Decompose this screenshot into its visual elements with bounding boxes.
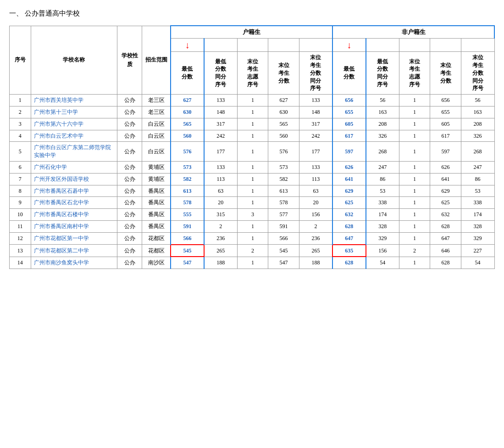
table-cell: 54 bbox=[366, 257, 399, 269]
th-h-min: 最低分数 bbox=[171, 52, 204, 95]
table-cell: 广州市番禺区石楼中学 bbox=[31, 209, 117, 221]
table-row: 6广州石化中学公办黄埔区57313315731336262471626247 bbox=[10, 161, 495, 173]
table-cell: 广州开发区外国语学校 bbox=[31, 173, 117, 185]
table-row: 11广州市番禺区南村中学公办番禺区5912159126283281628328 bbox=[10, 220, 495, 232]
table-cell: 547 bbox=[268, 257, 299, 269]
table-cell: 白云区 bbox=[142, 130, 171, 142]
table-cell: 177 bbox=[204, 142, 238, 162]
table-cell: 11 bbox=[10, 220, 31, 232]
table-cell: 公办 bbox=[117, 245, 142, 257]
table-cell: 5 bbox=[10, 142, 31, 162]
table-cell: 广州市番禺区石北中学 bbox=[31, 197, 117, 209]
table-cell: 641 bbox=[332, 173, 366, 185]
th-f-willrank: 末位考生志愿序号 bbox=[399, 52, 430, 95]
table-cell: 63 bbox=[299, 185, 332, 197]
table-cell: 177 bbox=[299, 142, 332, 162]
th-f-samerank: 最低分数同分序号 bbox=[366, 52, 399, 95]
table-cell: 242 bbox=[204, 130, 238, 142]
main-table: 序号 学校名称 学校性质 招生范围 户籍生 非户籍生 ↓ ↓ bbox=[9, 25, 495, 269]
table-cell: 广州市花都区第一中学 bbox=[31, 232, 117, 244]
table-cell: 86 bbox=[366, 173, 399, 185]
table-cell: 655 bbox=[430, 106, 461, 118]
table-cell: 56 bbox=[461, 95, 494, 106]
th-h-samerank: 最低分数同分序号 bbox=[204, 52, 238, 95]
table-cell: 1 bbox=[399, 185, 430, 197]
table-cell: 328 bbox=[461, 220, 494, 232]
spacer-h2 bbox=[237, 39, 268, 52]
table-cell: 317 bbox=[204, 118, 238, 130]
table-cell: 156 bbox=[299, 209, 332, 221]
table-cell: 148 bbox=[299, 106, 332, 118]
table-cell: 公办 bbox=[117, 173, 142, 185]
spacer-h1 bbox=[204, 39, 238, 52]
table-cell: 656 bbox=[332, 95, 366, 106]
table-cell: 560 bbox=[171, 130, 204, 142]
th-h-lastsc: 末位考生分数 bbox=[268, 52, 299, 95]
table-cell: 1 bbox=[399, 118, 430, 130]
table-cell: 1 bbox=[237, 130, 268, 142]
table-cell: 广州市白云区广东第二师范学院实验中学 bbox=[31, 142, 117, 162]
table-cell: 133 bbox=[204, 95, 238, 106]
table-cell: 1 bbox=[399, 220, 430, 232]
table-cell: 公办 bbox=[117, 197, 142, 209]
table-cell: 647 bbox=[332, 232, 366, 244]
table-cell: 公办 bbox=[117, 232, 142, 244]
table-cell: 1 bbox=[399, 173, 430, 185]
table-cell: 617 bbox=[332, 130, 366, 142]
table-cell: 公办 bbox=[117, 130, 142, 142]
table-cell: 188 bbox=[299, 257, 332, 269]
table-cell: 3 bbox=[237, 209, 268, 221]
table-cell: 326 bbox=[461, 130, 494, 142]
table-wrapper: 序号 学校名称 学校性质 招生范围 户籍生 非户籍生 ↓ ↓ bbox=[9, 25, 495, 269]
table-cell: 591 bbox=[268, 220, 299, 232]
table-cell: 2 bbox=[399, 245, 430, 257]
table-cell: 老三区 bbox=[142, 95, 171, 106]
table-cell: 1 bbox=[399, 161, 430, 173]
table-cell: 1 bbox=[237, 232, 268, 244]
th-f-min: 最低分数 bbox=[332, 52, 366, 95]
table-cell: 1 bbox=[399, 197, 430, 209]
table-cell: 3 bbox=[10, 118, 31, 130]
table-cell: 613 bbox=[268, 185, 299, 197]
table-cell: 公办 bbox=[117, 142, 142, 162]
table-cell: 1 bbox=[237, 95, 268, 106]
table-cell: 555 bbox=[171, 209, 204, 221]
table-cell: 573 bbox=[268, 161, 299, 173]
table-cell: 605 bbox=[430, 118, 461, 130]
table-cell: 公办 bbox=[117, 209, 142, 221]
table-cell: 广州市白云艺术中学 bbox=[31, 130, 117, 142]
table-cell: 632 bbox=[332, 209, 366, 221]
table-cell: 591 bbox=[171, 220, 204, 232]
th-f-lastsamerank: 末位考生分数同分序号 bbox=[461, 52, 494, 95]
table-cell: 公办 bbox=[117, 185, 142, 197]
table-cell: 236 bbox=[204, 232, 238, 244]
th-h-lastsamerank: 末位考生分数同分序号 bbox=[299, 52, 332, 95]
page-title: 一、 公办普通高中学校 bbox=[9, 9, 495, 18]
table-cell: 1 bbox=[399, 142, 430, 162]
table-cell: 578 bbox=[171, 197, 204, 209]
table-cell: 花都区 bbox=[142, 245, 171, 257]
table-cell: 黄埔区 bbox=[142, 161, 171, 173]
table-cell: 597 bbox=[332, 142, 366, 162]
table-cell: 582 bbox=[171, 173, 204, 185]
table-row: 14广州市南沙鱼窝头中学公办南沙区54718815471886285416285… bbox=[10, 257, 495, 269]
table-cell: 白云区 bbox=[142, 142, 171, 162]
th-type-label: 学校性质 bbox=[122, 52, 138, 67]
table-cell: 1 bbox=[399, 257, 430, 269]
table-cell: 265 bbox=[299, 245, 332, 257]
table-cell: 148 bbox=[204, 106, 238, 118]
table-cell: 番禺区 bbox=[142, 185, 171, 197]
table-cell: 广州市第十三中学 bbox=[31, 106, 117, 118]
table-cell: 公办 bbox=[117, 257, 142, 269]
table-cell: 1 bbox=[237, 185, 268, 197]
table-cell: 565 bbox=[268, 118, 299, 130]
th-h-willrank: 末位考生志愿序号 bbox=[237, 52, 268, 95]
table-cell: 630 bbox=[268, 106, 299, 118]
table-cell: 1 bbox=[237, 161, 268, 173]
table-cell: 2 bbox=[237, 245, 268, 257]
th-range: 招生范围 bbox=[142, 26, 171, 95]
table-cell: 545 bbox=[268, 245, 299, 257]
th-feihuji-group: 非户籍生 bbox=[332, 26, 494, 39]
table-cell: 6 bbox=[10, 161, 31, 173]
table-row: 4广州市白云艺术中学公办白云区5602421560242617326161732… bbox=[10, 130, 495, 142]
